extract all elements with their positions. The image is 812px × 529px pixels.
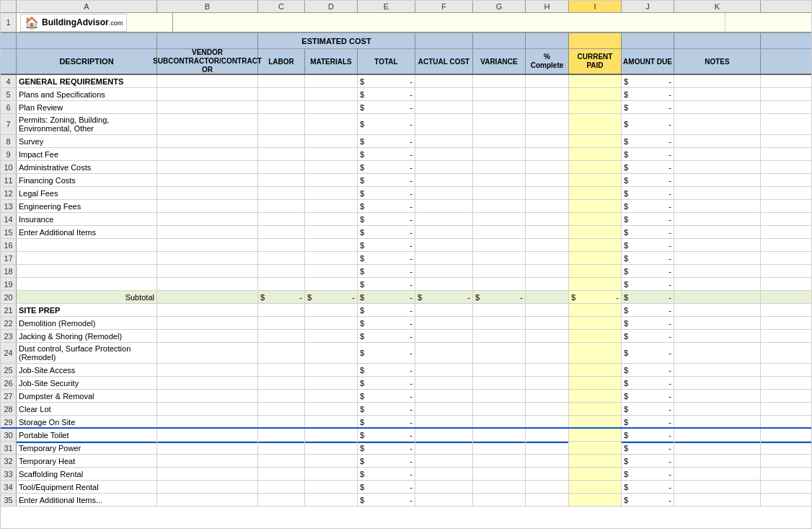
text-cell <box>305 317 358 329</box>
vendor-cell <box>157 377 258 389</box>
table-row[interactable]: 15Enter Additional Items$-$- <box>1 226 811 239</box>
text-cell <box>473 187 526 199</box>
table-row[interactable]: 12Legal Fees$-$- <box>1 187 811 200</box>
table-row[interactable]: 23Jacking & Shoring (Remodel)$-$- <box>1 330 811 343</box>
table-row[interactable]: 8Survey$-$- <box>1 135 811 148</box>
text-cell <box>415 364 473 376</box>
text-cell <box>305 278 358 290</box>
table-row[interactable]: 10Administrative Costs$-$- <box>1 161 811 174</box>
table-row[interactable]: 22Demolition (Remodel)$-$- <box>1 317 811 330</box>
table-row[interactable]: 14Insurance$-$- <box>1 213 811 226</box>
text-cell <box>473 364 526 376</box>
table-row[interactable]: 21SITE PREP$-$- <box>1 304 811 317</box>
description-cell: Engineering Fees <box>17 200 157 212</box>
table-row[interactable]: 5Plans and Specifications$-$- <box>1 88 811 101</box>
vendor-cell <box>157 330 258 342</box>
table-row[interactable]: 16$-$- <box>1 239 811 252</box>
row-number: 34 <box>1 481 17 493</box>
text-cell <box>526 291 569 303</box>
table-row[interactable]: 35Enter Additional Items...$-$- <box>1 494 811 507</box>
title-right-spacer <box>725 13 811 32</box>
text-cell <box>258 377 305 389</box>
dollar-cell: $- <box>358 114 415 134</box>
col-header-d: D <box>305 1 358 12</box>
row-1-num: 1 <box>1 13 17 32</box>
table-row[interactable]: 13Engineering Fees$-$- <box>1 200 811 213</box>
text-cell <box>569 226 622 238</box>
table-row[interactable]: 25Job-Site Access$-$- <box>1 364 811 377</box>
text-cell <box>674 364 761 376</box>
header-row-3: DESCRIPTION VENDOR SUBCONTRACTOR/CONTRAC… <box>1 49 811 75</box>
desc-header <box>17 33 157 48</box>
table-row[interactable]: 6Plan Review$-$- <box>1 101 811 114</box>
table-row[interactable]: 33Scaffolding Rental$-$- <box>1 468 811 481</box>
table-row[interactable]: 26Job-Site Security$-$- <box>1 377 811 390</box>
vendor-cell <box>157 226 258 238</box>
dollar-cell: $- <box>358 187 415 199</box>
table-row[interactable]: 29Storage On Site$-$- <box>1 416 811 429</box>
text-cell <box>305 468 358 480</box>
text-cell <box>674 114 761 134</box>
table-row[interactable]: 30Portable Toilet$-$- <box>1 429 811 442</box>
text-cell <box>415 343 473 363</box>
text-cell <box>473 343 526 363</box>
labor-header: LABOR <box>258 49 305 74</box>
table-row[interactable]: 28Clear Lot$-$- <box>1 403 811 416</box>
text-cell <box>305 174 358 186</box>
text-cell <box>569 187 622 199</box>
dollar-cell: $- <box>622 468 674 480</box>
table-row[interactable]: 27Dumpster & Removal$-$- <box>1 390 811 403</box>
text-cell <box>258 200 305 212</box>
text-cell <box>674 135 761 147</box>
text-cell <box>674 200 761 212</box>
text-cell <box>526 494 569 506</box>
text-cell <box>473 330 526 342</box>
text-cell <box>674 377 761 389</box>
text-cell <box>258 252 305 264</box>
table-row[interactable]: 9Impact Fee$-$- <box>1 148 811 161</box>
table-row[interactable]: 19$-$- <box>1 278 811 291</box>
table-row[interactable]: 11Financing Costs$-$- <box>1 174 811 187</box>
text-cell <box>305 135 358 147</box>
description-cell: Plan Review <box>17 101 157 113</box>
vendor-cell <box>157 494 258 506</box>
dollar-cell: $- <box>622 317 674 329</box>
table-row[interactable]: 7Permits: Zoning, Building, Environmenta… <box>1 114 811 135</box>
text-cell <box>305 213 358 225</box>
table-row[interactable]: 31Temporary Power$-$- <box>1 442 811 455</box>
text-cell <box>526 278 569 290</box>
table-row[interactable]: 34Tool/Equipment Rental$-$- <box>1 481 811 494</box>
row-number: 24 <box>1 343 17 363</box>
text-cell <box>473 278 526 290</box>
pct-header-2 <box>526 33 569 48</box>
text-cell <box>473 390 526 402</box>
table-row[interactable]: 24Dust control, Surface Protection (Remo… <box>1 343 811 364</box>
vendor-cell <box>157 239 258 251</box>
col-header-k: K <box>674 1 761 12</box>
text-cell <box>258 101 305 113</box>
table-row[interactable]: 32Temporary Heat$-$- <box>1 455 811 468</box>
description-cell: Dust control, Surface Protection (Remode… <box>17 343 157 363</box>
text-cell <box>473 304 526 316</box>
text-cell <box>415 455 473 467</box>
table-row[interactable]: 17$-$- <box>1 252 811 265</box>
dollar-cell: $- <box>358 135 415 147</box>
text-cell <box>305 200 358 212</box>
table-row[interactable]: 18$-$- <box>1 265 811 278</box>
current-paid-header-2 <box>569 33 622 48</box>
row-number: 11 <box>1 174 17 186</box>
text-cell <box>526 390 569 402</box>
dollar-cell: $- <box>358 101 415 113</box>
text-cell <box>415 239 473 251</box>
text-cell <box>569 161 622 173</box>
desc-subheader: DESCRIPTION <box>17 49 157 74</box>
table-row[interactable]: 20Subtotal$-$-$-$-$-$-$- <box>1 291 811 304</box>
row-number: 30 <box>1 429 17 441</box>
row-number: 28 <box>1 403 17 415</box>
table-row[interactable]: 4GENERAL REQUIREMENTS$-$- <box>1 75 811 88</box>
row-number: 32 <box>1 455 17 467</box>
description-cell: Tool/Equipment Rental <box>17 481 157 493</box>
dollar-cell: $- <box>358 468 415 480</box>
text-cell <box>305 343 358 363</box>
description-cell: Jacking & Shoring (Remodel) <box>17 330 157 342</box>
